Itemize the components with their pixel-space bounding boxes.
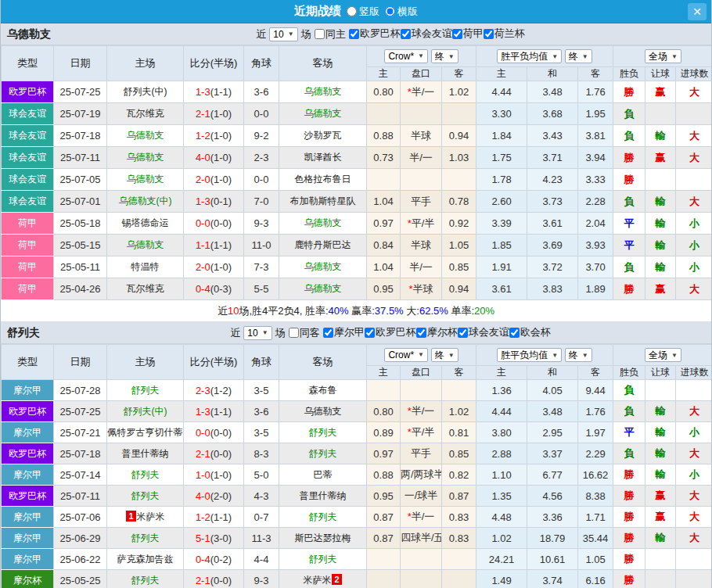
odds-company-value: Crow* bbox=[388, 350, 414, 360]
league-checkbox[interactable] bbox=[365, 328, 375, 338]
sub-col-mean-home: 主 bbox=[476, 366, 527, 380]
league-checkbox[interactable] bbox=[416, 328, 426, 338]
league-filter[interactable]: 荷兰杯 bbox=[484, 27, 525, 41]
same-home-checkbox[interactable] bbox=[315, 29, 325, 39]
mean-select[interactable]: 胜平负均值▼ bbox=[497, 49, 562, 63]
mean-select[interactable]: 胜平负均值▼ bbox=[497, 348, 562, 362]
corner-score: 11-3 bbox=[244, 528, 279, 549]
league-checkbox[interactable] bbox=[401, 29, 411, 39]
sub-col-outcome: 胜负 bbox=[613, 67, 645, 81]
team-name-text: 普里什蒂纳 bbox=[300, 490, 347, 501]
half-score: (1-0) bbox=[210, 469, 232, 481]
league-label: 欧罗巴杯 bbox=[376, 325, 416, 339]
match-date: 25-05-18 bbox=[54, 213, 107, 235]
sub-col-mean-home: 主 bbox=[476, 67, 527, 81]
horizontal-layout-radio[interactable] bbox=[385, 6, 395, 16]
odds-line: 半/一 bbox=[401, 147, 442, 169]
mean-away: 9.44 bbox=[578, 380, 613, 401]
away-team: 舒列夫 bbox=[279, 443, 367, 464]
same-home-filter[interactable]: 同主 bbox=[315, 27, 346, 41]
mean-draw: 3.61 bbox=[527, 213, 578, 235]
mean-away: 1.05 bbox=[578, 549, 613, 570]
vertical-layout-radio[interactable] bbox=[347, 6, 357, 16]
odds-line: 一/球半 bbox=[401, 486, 442, 507]
corner-score: 5-5 bbox=[244, 278, 279, 300]
team1-summary: 近10场,胜4平2负4, 胜率:40% 赢率:37.5% 大:62.5% 单率:… bbox=[1, 300, 711, 322]
half-score: (1-0) bbox=[210, 108, 232, 120]
dropdown-arrow-icon: ▼ bbox=[262, 329, 268, 336]
away-team: 乌德勒支 bbox=[279, 213, 367, 235]
mean-final-select[interactable]: 终▼ bbox=[565, 348, 592, 362]
full-score: 0-0 bbox=[196, 427, 210, 439]
star-mark: * bbox=[408, 511, 412, 522]
match-count-select[interactable]: 10▼ bbox=[269, 27, 297, 41]
match-score: 2-1(0-0) bbox=[184, 443, 244, 464]
league-filter[interactable]: 欧罗巴杯 bbox=[365, 325, 416, 339]
mean-final-select[interactable]: 终▼ bbox=[565, 49, 592, 63]
team-name-text: 布加勒斯特星队 bbox=[290, 195, 356, 206]
odds-final-select[interactable]: 终▼ bbox=[431, 49, 458, 63]
team-name-text: 乌德勒支 bbox=[127, 174, 164, 185]
same-away-filter[interactable]: 同客 bbox=[289, 326, 320, 340]
mean-home: 1.35 bbox=[476, 486, 527, 507]
scope-select[interactable]: 全场▼ bbox=[645, 348, 681, 362]
match-row: 球会友谊25-07-11乌德勒支4-0(1-0)2-3凯泽酋长0.73半/一1.… bbox=[2, 147, 712, 169]
odds-home: 0.88 bbox=[367, 464, 401, 486]
odds-line: 半球 bbox=[401, 125, 442, 147]
league-filter[interactable]: 摩尔杯 bbox=[416, 325, 458, 339]
dropdown-arrow-icon: ▼ bbox=[671, 53, 678, 60]
league-filter[interactable]: 荷甲 bbox=[452, 27, 484, 41]
team-name-text: 舒列夫(中) bbox=[124, 406, 167, 417]
scope-select[interactable]: 全场▼ bbox=[645, 49, 681, 63]
league-type-badge: 摩尔甲 bbox=[2, 380, 54, 401]
odds-line: 四球半/五 bbox=[401, 528, 442, 549]
league-filter[interactable]: 欧罗巴杯 bbox=[349, 27, 401, 41]
league-filter[interactable]: 欧会杯 bbox=[509, 325, 551, 339]
result-handicap: 輸 bbox=[645, 256, 676, 278]
team1-matches-table: 类型 日期 主场 比分(半场) 角球 客场 Crow*▼ 终▼ 胜平负均值▼ 终… bbox=[1, 45, 712, 300]
league-checkbox[interactable] bbox=[458, 328, 468, 338]
col-type: 类型 bbox=[2, 345, 54, 380]
league-checkbox[interactable] bbox=[509, 328, 520, 338]
mean-home: 2.60 bbox=[476, 191, 527, 213]
same-away-checkbox[interactable] bbox=[289, 328, 299, 338]
league-checkbox[interactable] bbox=[349, 29, 359, 39]
odds-home bbox=[367, 570, 401, 588]
odds-final-select[interactable]: 终▼ bbox=[431, 348, 458, 362]
league-label: 球会友谊 bbox=[469, 325, 509, 339]
odds-line: *半/一 bbox=[401, 401, 442, 422]
league-filter[interactable]: 摩尔甲 bbox=[323, 325, 365, 339]
vertical-layout-option[interactable]: 竖版 bbox=[347, 5, 379, 19]
league-checkbox[interactable] bbox=[323, 328, 333, 338]
odds-company-select[interactable]: Crow*▼ bbox=[384, 348, 428, 362]
sub-col-goals: 进球数 bbox=[676, 67, 712, 81]
close-button[interactable]: ✕ bbox=[688, 3, 707, 20]
sub-col-handicap: 让球 bbox=[645, 366, 676, 380]
odds-company-select[interactable]: Crow*▼ bbox=[384, 49, 428, 63]
league-type-badge: 摩尔杯 bbox=[2, 570, 54, 588]
odds-home: 0.84 bbox=[367, 235, 401, 256]
league-checkbox[interactable] bbox=[484, 29, 494, 39]
league-filter[interactable]: 球会友谊 bbox=[401, 27, 452, 41]
away-team: 普里什蒂纳 bbox=[279, 486, 367, 507]
col-corner: 角球 bbox=[244, 46, 279, 81]
result-outcome: 負 bbox=[613, 125, 645, 147]
result-goals: 大 bbox=[676, 81, 712, 103]
league-filters-1: 摩尔甲欧罗巴杯摩尔杯球会友谊欧会杯 bbox=[323, 325, 551, 340]
mean-home: 1.85 bbox=[476, 235, 527, 256]
mean-draw: 18.79 bbox=[527, 528, 578, 549]
team-name-text: 凯泽酋长 bbox=[304, 152, 342, 163]
result-outcome: 勝 bbox=[613, 507, 645, 528]
mean-home: 1.02 bbox=[476, 528, 527, 549]
team-name-text: 乌德勒支 bbox=[127, 152, 164, 163]
league-checkbox[interactable] bbox=[452, 29, 462, 39]
horizontal-layout-option[interactable]: 横版 bbox=[385, 5, 418, 19]
match-score: 2-1(1-0) bbox=[184, 103, 244, 125]
match-count-select[interactable]: 10▼ bbox=[243, 326, 271, 340]
odds-away: 0.81 bbox=[442, 422, 476, 443]
result-handicap bbox=[645, 549, 676, 570]
result-goals: 大 bbox=[676, 507, 712, 528]
league-filter[interactable]: 球会友谊 bbox=[458, 325, 509, 339]
odds-away: 1.03 bbox=[442, 147, 476, 169]
vertical-layout-label: 竖版 bbox=[359, 5, 379, 19]
